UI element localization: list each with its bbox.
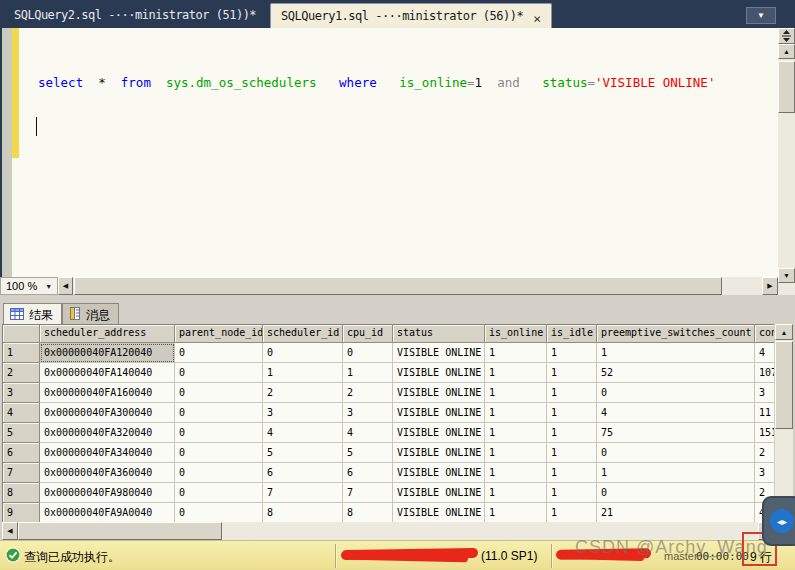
results-tab-1[interactable]: 结果 xyxy=(3,303,62,324)
grid-cell[interactable]: 0 xyxy=(175,443,263,463)
editor-vertical-scrollbar[interactable]: ▲ ▼ xyxy=(778,28,795,283)
grid-cell[interactable]: 0x00000040FA120040 xyxy=(40,343,175,363)
grid-column-header[interactable]: is_idle xyxy=(547,325,597,343)
grid-cell[interactable]: 8 xyxy=(263,503,343,522)
grid-cell[interactable]: 1 xyxy=(547,403,597,423)
grid-cell[interactable]: 0x00000040FA140040 xyxy=(40,363,175,383)
grid-cell[interactable]: 0 xyxy=(175,463,263,483)
grid-cell[interactable]: 0 xyxy=(263,343,343,363)
grid-cell[interactable]: 3 xyxy=(755,463,774,483)
grid-cell[interactable]: VISIBLE ONLINE xyxy=(393,483,485,503)
grid-cell[interactable]: 0 xyxy=(343,343,393,363)
grid-cell[interactable]: 0 xyxy=(175,343,263,363)
grid-cell[interactable]: VISIBLE ONLINE xyxy=(393,503,485,522)
row-header[interactable]: 8 xyxy=(3,483,40,503)
grid-cell[interactable]: 6 xyxy=(343,463,393,483)
grid-cell[interactable]: 0x00000040FA360040 xyxy=(40,463,175,483)
editor-zoom-select[interactable]: 100 % ▼ xyxy=(0,277,58,295)
grid-cell[interactable]: 11 xyxy=(755,403,774,423)
scroll-right-button[interactable]: ▶ xyxy=(762,277,778,295)
grid-column-header[interactable]: cpu_id xyxy=(343,325,393,343)
grid-cell[interactable]: 0 xyxy=(175,423,263,443)
scroll-down-button[interactable]: ▼ xyxy=(778,268,795,283)
grid-cell[interactable]: 1 xyxy=(263,363,343,383)
grid-column-header[interactable]: scheduler_address xyxy=(40,325,175,343)
grid-cell[interactable]: 0 xyxy=(175,503,263,522)
grid-cell[interactable]: 0x00000040FA160040 xyxy=(40,383,175,403)
active-files-dropdown-button[interactable]: ▼ xyxy=(746,7,776,24)
grid-hscroll-thumb[interactable] xyxy=(18,522,222,540)
grid-cell[interactable]: 0x00000040FA320040 xyxy=(40,423,175,443)
grid-cell[interactable]: 2 xyxy=(755,443,774,463)
grid-cell[interactable]: 0 xyxy=(597,483,755,503)
grid-cell[interactable]: VISIBLE ONLINE xyxy=(393,383,485,403)
pane-splitter[interactable] xyxy=(0,295,795,303)
grid-cell[interactable]: 0 xyxy=(175,363,263,383)
grid-cell[interactable]: 1 xyxy=(485,423,547,443)
grid-cell[interactable]: 3 xyxy=(263,403,343,423)
document-tab-1[interactable]: SQLQuery2.sql -···ministrator (51))* xyxy=(4,3,266,28)
grid-cell[interactable]: 75 xyxy=(597,423,755,443)
grid-cell[interactable]: 0 xyxy=(597,443,755,463)
grid-vscroll-thumb[interactable] xyxy=(775,341,793,429)
grid-cell[interactable]: 1 xyxy=(597,343,755,363)
grid-cell[interactable]: 6 xyxy=(263,463,343,483)
grid-cell[interactable]: 0 xyxy=(175,383,263,403)
grid-cell[interactable]: VISIBLE ONLINE xyxy=(393,463,485,483)
grid-cell[interactable]: 2 xyxy=(343,383,393,403)
grid-cell[interactable]: 1 xyxy=(485,343,547,363)
sql-editor[interactable]: select * from sys.dm_os_schedulers where… xyxy=(0,28,778,277)
grid-cell[interactable]: 0x00000040FA300040 xyxy=(40,403,175,423)
grid-cell[interactable]: 1 xyxy=(547,383,597,403)
row-header[interactable]: 4 xyxy=(3,403,40,423)
grid-cell[interactable]: VISIBLE ONLINE xyxy=(393,403,485,423)
grid-column-header[interactable]: preemptive_switches_count xyxy=(597,325,755,343)
grid-column-header[interactable]: scheduler_id xyxy=(263,325,343,343)
grid-cell[interactable]: 3 xyxy=(343,403,393,423)
grid-cell[interactable]: 0 xyxy=(597,383,755,403)
grid-cell[interactable]: 1 xyxy=(485,383,547,403)
grid-column-header[interactable]: is_online xyxy=(485,325,547,343)
grid-cell[interactable]: 1 xyxy=(343,363,393,383)
scroll-left-button[interactable]: ◀ xyxy=(58,277,73,295)
grid-cell[interactable]: 0x00000040FA340040 xyxy=(40,443,175,463)
grid-cell[interactable]: VISIBLE ONLINE xyxy=(393,443,485,463)
grid-cell[interactable]: VISIBLE ONLINE xyxy=(393,343,485,363)
grid-cell[interactable]: 1 xyxy=(485,483,547,503)
row-header[interactable]: 9 xyxy=(3,503,40,522)
grid-cell[interactable]: 1 xyxy=(485,503,547,522)
grid-vertical-scrollbar[interactable]: ▲ ▼ xyxy=(775,324,793,522)
grid-cell[interactable]: 1 xyxy=(597,463,755,483)
results-tab-2[interactable]: 消息 xyxy=(62,303,119,324)
grid-cell[interactable]: 1 xyxy=(547,443,597,463)
grid-cell[interactable]: 52 xyxy=(597,363,755,383)
grid-cell[interactable]: 1 xyxy=(547,423,597,443)
row-header[interactable]: 5 xyxy=(3,423,40,443)
grid-cell[interactable]: 3 xyxy=(755,383,774,403)
grid-cell[interactable]: 1 xyxy=(485,443,547,463)
grid-cell[interactable]: 107 xyxy=(755,363,774,383)
grid-cell[interactable]: 5 xyxy=(263,443,343,463)
grid-cell[interactable]: 0 xyxy=(175,403,263,423)
grid-cell[interactable]: 4 xyxy=(343,423,393,443)
grid-column-header[interactable]: cont xyxy=(755,325,774,343)
grid-cell[interactable]: VISIBLE ONLINE xyxy=(393,423,485,443)
splitter-handle[interactable] xyxy=(778,28,795,44)
scroll-up-button[interactable]: ▲ xyxy=(775,324,793,340)
grid-cell[interactable]: 1 xyxy=(547,503,597,522)
grid-cell[interactable]: 1 xyxy=(485,463,547,483)
grid-cell[interactable]: 4 xyxy=(597,403,755,423)
grid-cell[interactable]: 21 xyxy=(597,503,755,522)
grid-cell[interactable]: 7 xyxy=(263,483,343,503)
grid-cell[interactable]: 7 xyxy=(343,483,393,503)
teamviewer-overlay-icon[interactable]: ◂▸ xyxy=(762,496,795,546)
grid-cell[interactable]: 5 xyxy=(343,443,393,463)
grid-cell[interactable]: 0 xyxy=(175,483,263,503)
grid-cell[interactable]: 0x00000040FA9A0040 xyxy=(40,503,175,522)
sql-query-line[interactable]: select * from sys.dm_os_schedulers where… xyxy=(38,75,715,90)
grid-cell[interactable]: 151 xyxy=(755,423,774,443)
scroll-up-button[interactable]: ▲ xyxy=(778,44,795,59)
row-header[interactable]: 3 xyxy=(3,383,40,403)
close-icon[interactable]: × xyxy=(533,12,540,25)
grid-cell[interactable]: 1 xyxy=(547,463,597,483)
